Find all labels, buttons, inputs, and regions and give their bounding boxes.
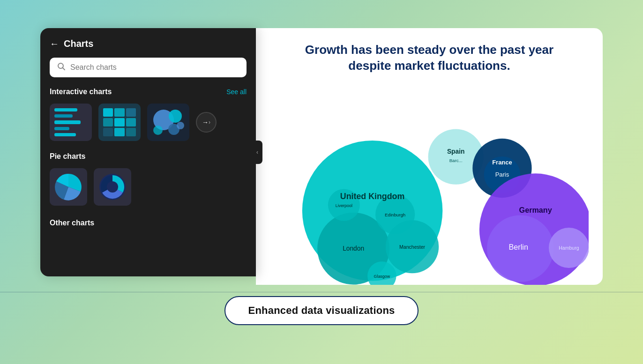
next-charts-button[interactable]: →› [196, 112, 217, 133]
pie-charts-header: Pie charts [50, 152, 247, 161]
svg-text:France: France [492, 158, 512, 165]
content-area: ← Charts Interactive charts See all [40, 28, 603, 285]
pie-chart-thumb-1[interactable] [50, 168, 87, 206]
svg-point-9 [107, 181, 118, 193]
other-charts-label: Other charts [50, 219, 247, 227]
interactive-charts-label: Interactive charts [50, 88, 112, 96]
svg-point-5 [153, 126, 163, 135]
search-icon [57, 62, 66, 73]
pie-chart-thumbs [50, 168, 247, 206]
search-bar [50, 58, 247, 77]
matrix-chart-thumb[interactable] [98, 104, 141, 141]
svg-text:Germany: Germany [519, 205, 552, 214]
svg-text:Spain: Spain [447, 148, 464, 155]
panel-header: ← Charts [50, 38, 247, 49]
search-input[interactable] [70, 63, 239, 72]
bubble-chart-thumb[interactable] [147, 104, 189, 141]
svg-text:Hamburg: Hamburg [559, 245, 579, 251]
svg-point-6 [177, 122, 184, 129]
svg-text:United Kingdom: United Kingdom [340, 192, 404, 201]
svg-text:Berlin: Berlin [509, 243, 528, 251]
svg-text:Barc...: Barc... [449, 158, 463, 163]
interactive-chart-thumbs: →› [50, 104, 247, 141]
bottom-label: Enhanced data visualizations [224, 296, 418, 325]
panel-title: Charts [64, 38, 93, 49]
pie-chart-thumb-2[interactable] [94, 168, 131, 206]
interactive-charts-header: Interactive charts See all [50, 88, 247, 96]
horizontal-divider [0, 292, 643, 292]
back-button[interactable]: ← [50, 38, 59, 49]
chart-title: Growth has been steady over the past yea… [305, 42, 553, 74]
pie-charts-label: Pie charts [50, 152, 85, 161]
bottom-label-container: Enhanced data visualizations [0, 296, 643, 325]
bubble-chart-area: United Kingdom London Manchester Edinbur… [270, 83, 589, 285]
svg-point-3 [169, 110, 182, 123]
svg-text:Glasgow: Glasgow [374, 274, 390, 279]
svg-text:Paris: Paris [495, 171, 509, 178]
bar-chart-thumb[interactable] [50, 104, 92, 141]
svg-text:Edinburgh: Edinburgh [385, 212, 405, 217]
svg-text:Liverpool: Liverpool [336, 203, 352, 208]
svg-line-1 [63, 68, 65, 70]
svg-text:London: London [343, 245, 364, 252]
right-panel: Growth has been steady over the past yea… [256, 28, 603, 285]
see-all-button[interactable]: See all [226, 88, 247, 96]
main-container: ← Charts Interactive charts See all [0, 0, 643, 364]
collapse-handle[interactable]: ‹ [252, 141, 262, 164]
svg-text:Manchester: Manchester [399, 244, 425, 249]
left-panel: ← Charts Interactive charts See all [40, 28, 256, 276]
